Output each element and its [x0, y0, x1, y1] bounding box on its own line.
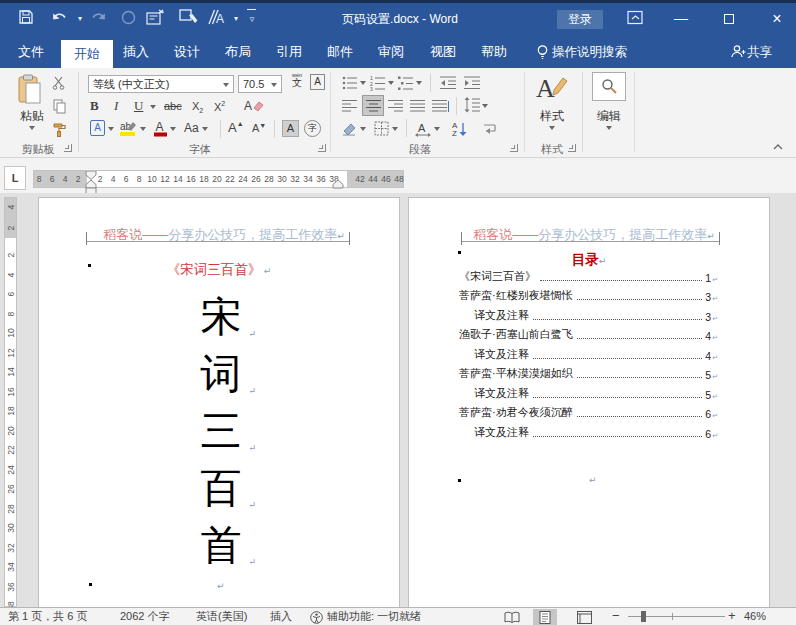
shrink-font-icon[interactable]: A▼ [252, 122, 266, 134]
zoom-out-button[interactable]: − [612, 607, 620, 624]
page-2[interactable]: 稻客说——分享办公技巧，提高工作效率↵ 目录↵ 《宋词三百首》1↵菩萨蛮·红楼别… [408, 197, 770, 607]
phonetic-guide-icon[interactable]: wén文 [288, 72, 306, 88]
align-left-icon[interactable] [342, 99, 357, 118]
change-case-icon[interactable]: Aa [184, 121, 199, 135]
selection-icon[interactable] [178, 9, 198, 29]
zoom-level[interactable]: 46% [744, 608, 766, 625]
font-color-icon[interactable]: A [154, 120, 168, 141]
find-icon[interactable] [592, 72, 626, 101]
highlight-dropdown-icon[interactable] [140, 127, 146, 131]
bullets-icon[interactable] [342, 75, 358, 95]
page-1[interactable]: 稻客说——分享办公技巧，提高工作效率↵ 《宋词三百首》 ↵ 宋↵词↵三↵百↵首↵… [38, 197, 400, 607]
ribbon-display-options-icon[interactable] [627, 10, 645, 27]
toc-entry[interactable]: 译文及注释6↵ [459, 420, 718, 440]
sign-in-button[interactable]: 登录 [557, 10, 603, 29]
line-spacing-icon[interactable] [464, 97, 480, 118]
proofing-icon[interactable]: A [206, 9, 226, 29]
tell-me-box[interactable]: 操作说明搜索 [552, 36, 627, 68]
toc-entry[interactable]: 渔歌子·西塞山前白鹭飞4↵ [459, 323, 718, 343]
horizontal-ruler[interactable]: 8642246810121416182022242628303234363842… [33, 170, 404, 188]
shading-dropdown-icon[interactable] [360, 127, 366, 131]
copy-icon[interactable] [52, 99, 68, 118]
tab-视图[interactable]: 视图 [417, 36, 469, 68]
redo-icon[interactable] [88, 9, 108, 29]
word-count[interactable]: 2062 个字 [120, 608, 170, 625]
asian-layout-icon[interactable]: A [414, 121, 432, 141]
asian-layout-dropdown-icon[interactable] [434, 127, 440, 131]
paste-dropdown-icon[interactable] [29, 126, 35, 130]
clear-formatting-icon[interactable]: A [244, 98, 264, 118]
multilevel-list-icon[interactable] [398, 75, 414, 95]
toc-entry[interactable]: 译文及注释3↵ [459, 303, 718, 323]
right-indent-marker[interactable] [332, 180, 344, 189]
font-color-dropdown-icon[interactable] [170, 127, 176, 131]
minimize-button[interactable]: — [664, 3, 698, 36]
font-name-combo[interactable]: 等线 (中文正文) [88, 75, 234, 93]
toc-entry[interactable]: 译文及注释5↵ [459, 381, 718, 401]
show-marks-icon[interactable] [482, 121, 498, 141]
toc-entry[interactable]: 菩萨蛮·平林漠漠烟如织5↵ [459, 362, 718, 382]
tab-布局[interactable]: 布局 [212, 36, 264, 68]
paste-icon[interactable] [16, 74, 44, 110]
line-spacing-dropdown-icon[interactable] [482, 104, 488, 108]
share-button[interactable]: 共享 [747, 36, 772, 68]
sort-icon[interactable]: AZ [452, 120, 468, 141]
clipboard-dialog-launcher-icon[interactable] [64, 144, 72, 152]
collapse-ribbon-icon[interactable] [772, 142, 784, 154]
decrease-indent-icon[interactable] [440, 75, 456, 95]
bullets-dropdown-icon[interactable] [360, 81, 366, 85]
close-button[interactable]: × [760, 3, 794, 36]
borders-icon[interactable] [374, 121, 390, 141]
character-shading-blue-icon[interactable]: A [90, 120, 105, 136]
zoom-slider-thumb[interactable] [641, 611, 646, 622]
grow-font-icon[interactable]: A▲ [228, 120, 244, 135]
highlight-icon[interactable]: ab [120, 120, 138, 141]
toc-entry[interactable]: 《宋词三百首》1↵ [459, 264, 718, 284]
paste-button[interactable]: 粘贴 [8, 108, 56, 125]
language-indicator[interactable]: 英语(美国) [196, 608, 247, 625]
toc-entry[interactable]: 菩萨蛮·红楼别夜堪惆怅3↵ [459, 284, 718, 304]
character-shading-dropdown-icon[interactable] [108, 127, 114, 131]
bold-icon[interactable]: B [90, 98, 99, 114]
subscript-icon[interactable]: X2 [192, 100, 203, 114]
borders-dropdown-icon[interactable] [392, 127, 398, 131]
strikethrough-icon[interactable]: abc [164, 100, 182, 112]
numbering-dropdown-icon[interactable] [388, 81, 394, 85]
styles-button[interactable]: 样式 [531, 108, 573, 125]
increase-indent-icon[interactable] [464, 75, 480, 95]
accessibility-status[interactable]: 辅助功能: 一切就绪 [327, 608, 421, 625]
toc-entry[interactable]: 译文及注释4↵ [459, 342, 718, 362]
styles-dropdown-icon[interactable] [549, 126, 555, 130]
justify-icon[interactable] [410, 99, 425, 118]
page-indicator[interactable]: 第 1 页，共 6 页 [8, 608, 87, 625]
styles-dialog-launcher-icon[interactable] [568, 144, 576, 152]
print-layout-icon[interactable] [533, 609, 557, 625]
repeat-icon[interactable] [118, 9, 138, 29]
undo-dropdown-icon[interactable]: ▾ [70, 9, 90, 29]
superscript-icon[interactable]: X2 [214, 100, 225, 113]
tab-帮助[interactable]: 帮助 [468, 36, 520, 68]
multilevel-dropdown-icon[interactable] [416, 81, 422, 85]
styles-icon[interactable]: A [534, 72, 568, 108]
tab-设计[interactable]: 设计 [161, 36, 213, 68]
tab-selector[interactable]: L [4, 166, 26, 190]
insert-mode[interactable]: 插入 [270, 608, 292, 625]
font-size-combo[interactable]: 70.5 [238, 75, 282, 93]
zoom-in-button[interactable]: + [728, 607, 736, 624]
tab-邮件[interactable]: 邮件 [314, 36, 366, 68]
character-border-icon[interactable]: A [310, 74, 325, 90]
font-dialog-launcher-icon[interactable] [318, 144, 326, 152]
maximize-button[interactable] [712, 3, 746, 36]
tab-引用[interactable]: 引用 [263, 36, 315, 68]
character-shading-icon[interactable]: A [282, 120, 299, 137]
read-mode-icon[interactable] [500, 609, 524, 625]
format-painter-icon[interactable] [52, 122, 68, 142]
tab-审阅[interactable]: 审阅 [365, 36, 417, 68]
web-layout-icon[interactable] [572, 609, 596, 625]
underline-icon[interactable]: U [134, 98, 143, 114]
toc-entry[interactable]: 菩萨蛮·劝君今夜须沉醉6↵ [459, 401, 718, 421]
undo-icon[interactable] [50, 9, 70, 29]
first-line-indent-marker[interactable] [85, 171, 97, 180]
editing-button[interactable]: 编辑 [588, 108, 630, 125]
underline-dropdown-icon[interactable] [150, 105, 156, 109]
